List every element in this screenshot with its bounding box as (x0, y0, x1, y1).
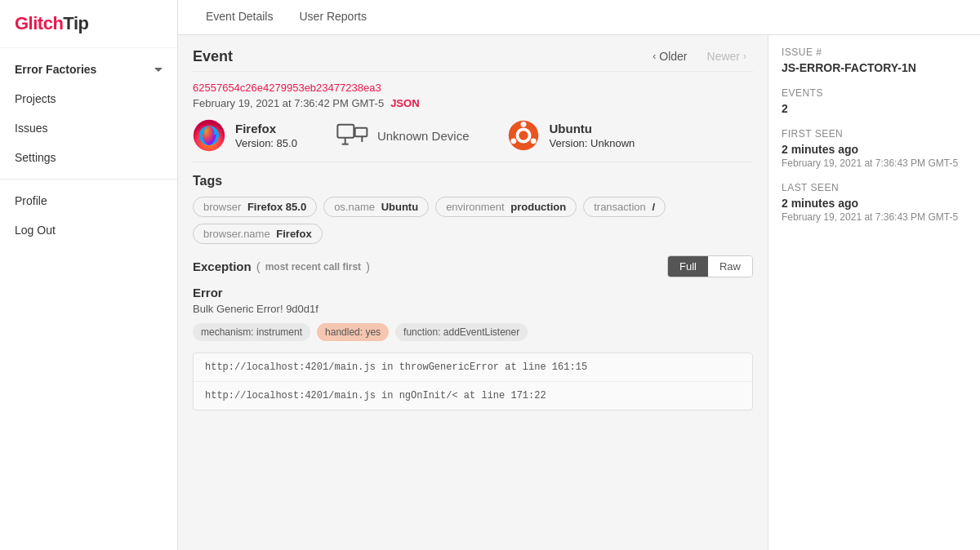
logo-text: GlitchTip (15, 13, 88, 33)
sidebar-nav: Error Factories Projects Issues Settings… (0, 48, 177, 550)
exception-title-row: Exception ( most recent call first ) (193, 259, 370, 273)
issue-field: Issue # JS-ERROR-FACTORY-1N (782, 47, 967, 74)
tag-value-os-name: Ubuntu (381, 201, 418, 213)
last-seen-date: February 19, 2021 at 7:36:43 PM GMT-5 (782, 211, 967, 223)
tag-value-browser: Firefox 85.0 (247, 201, 306, 213)
newer-button[interactable]: Newer › (701, 47, 753, 66)
svg-rect-3 (355, 128, 368, 137)
badge-mechanism: mechanism: instrument (193, 323, 310, 341)
timestamp-text: February 19, 2021 at 7:36:42 PM GMT-5 (193, 97, 384, 109)
newer-label: Newer (707, 50, 740, 63)
ubuntu-icon (508, 120, 539, 151)
tag-key-os-name: os.name (334, 201, 375, 213)
tag-environment[interactable]: environment production (435, 197, 577, 217)
svg-rect-2 (337, 125, 354, 138)
tag-value-environment: production (510, 201, 566, 213)
events-field: Events 2 (782, 87, 967, 115)
logout-label: Log Out (15, 224, 56, 237)
last-seen-field: Last Seen 2 minutes ago February 19, 202… (782, 182, 967, 223)
sidebar-item-logout[interactable]: Log Out (0, 215, 177, 245)
unknown-device-label: Unknown Device (377, 129, 470, 143)
first-seen-label: First Seen (782, 128, 967, 140)
error-factories-label: Error Factories (15, 63, 96, 76)
device-icon (336, 122, 369, 149)
tag-browser-name[interactable]: browser.name Firefox (193, 224, 323, 244)
tag-key-environment: environment (446, 201, 505, 213)
event-title: Event (193, 48, 233, 65)
version-label: Version: (235, 137, 274, 149)
sidebar-divider (0, 179, 177, 180)
last-seen-label: Last Seen (782, 182, 967, 193)
main-content: Event Details User Reports Event ‹ Older… (178, 0, 980, 550)
tab-user-reports[interactable]: User Reports (286, 0, 379, 34)
logo: GlitchTip (0, 0, 177, 48)
tag-value-transaction: / (652, 201, 655, 213)
older-label: Older (659, 50, 687, 63)
exception-title: Exception (193, 259, 252, 273)
older-button[interactable]: ‹ Older (646, 47, 693, 66)
svg-point-10 (531, 138, 537, 144)
firefox-icon (193, 119, 225, 152)
browser-version: Version: 85.0 (235, 137, 297, 149)
version-value: 85.0 (277, 137, 297, 149)
tag-value-browser-name: Firefox (276, 228, 311, 240)
os-version-value: Unknown (590, 137, 635, 149)
error-section: Error Bulk Generic Error! 9d0d1f mechani… (193, 286, 753, 410)
unknown-device-section: Unknown Device (336, 122, 470, 149)
first-seen-relative: 2 minutes ago (782, 143, 967, 156)
os-version: Version: Unknown (549, 137, 635, 149)
raw-button[interactable]: Raw (708, 256, 752, 277)
chevron-left-icon: ‹ (653, 51, 656, 62)
badge-handled: handled: yes (317, 323, 389, 341)
issues-label: Issues (15, 122, 47, 135)
sidebar-item-issues[interactable]: Issues (0, 113, 177, 143)
top-tabs: Event Details User Reports (178, 0, 980, 35)
exception-toggle: Full Raw (667, 255, 753, 277)
logo-tip: Tip (63, 13, 88, 33)
sidebar: GlitchTip Error Factories Projects Issue… (0, 0, 178, 550)
svg-point-9 (521, 122, 527, 127)
event-header: Event ‹ Older Newer › (193, 35, 753, 72)
os-item: Ubuntu Version: Unknown (508, 120, 635, 151)
os-info: Ubuntu Version: Unknown (549, 122, 635, 149)
exception-subtitle: most recent call first (265, 261, 361, 273)
browser-name: Firefox (235, 122, 297, 135)
error-title: Error (193, 286, 753, 299)
badge-function: function: addEventListener (395, 323, 528, 341)
event-id-link[interactable]: 62557654c26e4279953eb23477238ea3 (193, 82, 753, 94)
tags-title: Tags (193, 174, 753, 189)
browser-item: Firefox Version: 85.0 (193, 119, 297, 152)
issue-label: Issue # (782, 47, 967, 58)
json-link[interactable]: JSON (390, 97, 419, 109)
error-description: Bulk Generic Error! 9d0d1f (193, 303, 753, 315)
chevron-right-icon: › (743, 51, 746, 62)
tags-container: browser Firefox 85.0 os.name Ubuntu envi… (193, 197, 753, 244)
os-version-label: Version: (549, 137, 587, 149)
tag-os-name[interactable]: os.name Ubuntu (323, 197, 429, 217)
tag-key-transaction: transaction (594, 201, 646, 213)
browser-info: Firefox Version: 85.0 (235, 122, 297, 149)
last-seen-relative: 2 minutes ago (782, 197, 967, 210)
tab-event-details[interactable]: Event Details (193, 0, 286, 34)
tag-browser[interactable]: browser Firefox 85.0 (193, 197, 317, 217)
first-seen-date: February 19, 2021 at 7:36:43 PM GMT-5 (782, 157, 967, 169)
settings-label: Settings (15, 151, 56, 164)
tag-key-browser: browser (203, 201, 241, 213)
events-value: 2 (782, 102, 967, 115)
browser-os-row: Firefox Version: 85.0 (193, 109, 753, 162)
first-seen-field: First Seen 2 minutes ago February 19, 20… (782, 128, 967, 169)
stack-trace-row: http://localhost:4201/main.js in throwGe… (194, 353, 752, 382)
stack-trace: http://localhost:4201/main.js in throwGe… (193, 353, 753, 410)
sidebar-item-error-factories[interactable]: Error Factories (0, 55, 177, 84)
full-button[interactable]: Full (668, 256, 708, 277)
stack-trace-row: http://localhost:4201/main.js in ngOnIni… (194, 382, 752, 410)
events-label: Events (782, 87, 967, 99)
logo-glitch: Glitch (15, 13, 63, 33)
sidebar-item-settings[interactable]: Settings (0, 143, 177, 172)
tag-transaction[interactable]: transaction / (583, 197, 666, 217)
sidebar-item-profile[interactable]: Profile (0, 186, 177, 215)
sidebar-item-projects[interactable]: Projects (0, 84, 177, 113)
content-body: Event ‹ Older Newer › 62557654c26e427995… (178, 35, 980, 550)
right-panel: Issue # JS-ERROR-FACTORY-1N Events 2 Fir… (768, 35, 980, 550)
profile-label: Profile (15, 194, 47, 207)
